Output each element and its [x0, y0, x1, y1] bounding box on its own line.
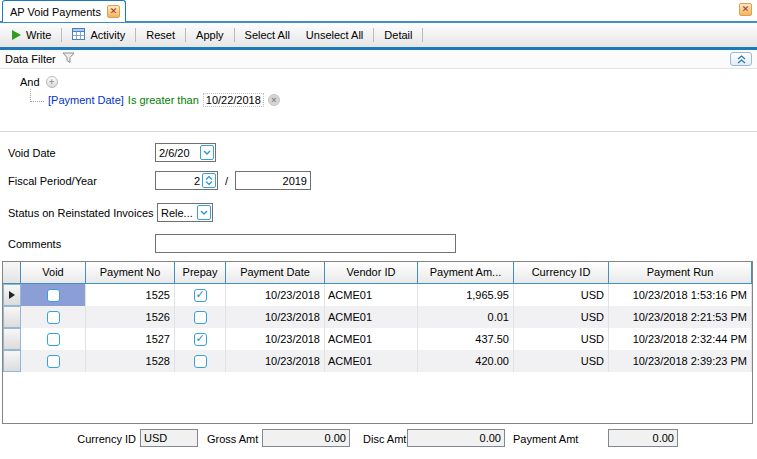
data-filter-body: And [Payment Date] Is greater than 10/22…	[0, 69, 757, 132]
reset-label: Reset	[146, 29, 175, 41]
reset-button[interactable]: Reset	[138, 26, 183, 44]
payment-amount-cell[interactable]: 0.01	[418, 306, 514, 328]
row-selector[interactable]	[3, 350, 21, 372]
add-condition-icon[interactable]	[46, 76, 58, 88]
column-header-void[interactable]: Void	[21, 262, 86, 284]
void-checkbox[interactable]	[47, 311, 60, 324]
row-selector[interactable]	[3, 328, 21, 350]
void-checkbox[interactable]	[47, 333, 60, 346]
void-cell[interactable]	[21, 328, 86, 350]
payment-date-cell[interactable]: 10/23/2018	[226, 306, 325, 328]
filter-condition: [Payment Date] Is greater than 10/22/201…	[48, 93, 280, 108]
table-row[interactable]: 1525 10/23/2018 ACME01 1,965.95 USD 10/2…	[3, 284, 752, 306]
table-row[interactable]: 1528 10/23/2018 ACME01 420.00 USD 10/23/…	[3, 350, 752, 372]
prepay-cell[interactable]	[175, 350, 226, 372]
prepay-checkbox[interactable]	[194, 289, 207, 302]
summary-disc-amt-label: Disc Amt	[363, 433, 406, 445]
window-close-icon[interactable]	[739, 3, 752, 16]
summary-payment-amt-label: Payment Amt	[513, 433, 578, 445]
remove-condition-icon[interactable]	[268, 94, 280, 106]
void-date-combo[interactable]: 2/6/20	[155, 143, 216, 162]
payment-run-cell[interactable]: 10/23/2018 2:39:23 PM	[609, 350, 752, 372]
column-header-payment-date[interactable]: Payment Date	[226, 262, 325, 284]
void-cell[interactable]	[21, 284, 86, 306]
payment-no-cell[interactable]: 1525	[86, 284, 175, 306]
column-header-payment-no[interactable]: Payment No	[86, 262, 175, 284]
payment-no-cell[interactable]: 1527	[86, 328, 175, 350]
table-row[interactable]: 1526 10/23/2018 ACME01 0.01 USD 10/23/20…	[3, 306, 752, 328]
column-header-prepay[interactable]: Prepay	[175, 262, 226, 284]
prepay-cell[interactable]	[175, 328, 226, 350]
row-selector[interactable]	[3, 306, 21, 328]
toolbar: Write Activity Reset Apply Select All Un…	[0, 23, 757, 50]
tab-ap-void-payments[interactable]: AP Void Payments	[2, 0, 126, 22]
detail-button[interactable]: Detail	[376, 26, 420, 44]
void-date-dropdown-icon[interactable]	[200, 145, 214, 160]
column-header-vendor-id[interactable]: Vendor ID	[325, 262, 418, 284]
vendor-id-cell[interactable]: ACME01	[325, 328, 418, 350]
currency-id-cell[interactable]: USD	[514, 328, 609, 350]
payment-amount-cell[interactable]: 1,965.95	[418, 284, 514, 306]
summary-gross-amt-label: Gross Amt	[207, 433, 258, 445]
column-header-payment-amount[interactable]: Payment Am...	[418, 262, 514, 284]
prepay-checkbox[interactable]	[194, 355, 207, 368]
condition-operator[interactable]: Is greater than	[128, 94, 199, 106]
void-date-value: 2/6/20	[156, 147, 200, 159]
void-cell[interactable]	[21, 306, 86, 328]
prepay-cell[interactable]	[175, 306, 226, 328]
select-all-button[interactable]: Select All	[237, 26, 298, 44]
payment-date-cell[interactable]: 10/23/2018	[226, 284, 325, 306]
payment-run-cell[interactable]: 10/23/2018 2:32:44 PM	[609, 328, 752, 350]
void-cell[interactable]	[21, 350, 86, 372]
vendor-id-cell[interactable]: ACME01	[325, 284, 418, 306]
payment-amount-cell[interactable]: 420.00	[418, 350, 514, 372]
payment-no-cell[interactable]: 1526	[86, 306, 175, 328]
apply-label: Apply	[196, 29, 224, 41]
vendor-id-cell[interactable]: ACME01	[325, 306, 418, 328]
column-header-payment-run[interactable]: Payment Run	[609, 262, 752, 284]
payment-date-cell[interactable]: 10/23/2018	[226, 350, 325, 372]
vendor-id-cell[interactable]: ACME01	[325, 350, 418, 372]
filter-group-operator[interactable]: And	[20, 76, 40, 88]
summary-currency-id-label: Currency ID	[60, 433, 136, 445]
void-checkbox[interactable]	[47, 355, 60, 368]
table-row[interactable]: 1527 10/23/2018 ACME01 437.50 USD 10/23/…	[3, 328, 752, 350]
filter-condition-row: [Payment Date] Is greater than 10/22/201…	[30, 89, 280, 108]
status-dropdown-icon[interactable]	[197, 205, 211, 220]
prepay-checkbox[interactable]	[194, 333, 207, 346]
data-filter-title: Data Filter	[5, 53, 56, 65]
status-reinstated-combo[interactable]: Rele...	[157, 203, 213, 222]
prepay-cell[interactable]	[175, 284, 226, 306]
fiscal-period-stepper[interactable]: 2	[155, 171, 218, 190]
payment-date-cell[interactable]: 10/23/2018	[226, 328, 325, 350]
payment-no-cell[interactable]: 1528	[86, 350, 175, 372]
void-checkbox[interactable]	[47, 289, 60, 302]
column-header-currency-id[interactable]: Currency ID	[514, 262, 609, 284]
condition-field[interactable]: [Payment Date]	[48, 94, 124, 106]
grid-corner-cell[interactable]	[3, 262, 21, 284]
row-selector[interactable]	[3, 284, 21, 306]
row-selector-arrow-icon	[9, 291, 15, 299]
filter-collapse-button[interactable]	[730, 52, 752, 66]
activity-button[interactable]: Activity	[64, 25, 133, 45]
tab-close-icon[interactable]	[107, 5, 120, 18]
payment-amount-cell[interactable]: 437.50	[418, 328, 514, 350]
write-button[interactable]: Write	[4, 26, 59, 44]
detail-label: Detail	[384, 29, 412, 41]
currency-id-cell[interactable]: USD	[514, 284, 609, 306]
tab-bar: AP Void Payments	[0, 0, 757, 23]
comments-field[interactable]	[155, 234, 456, 253]
unselect-all-button[interactable]: Unselect All	[298, 26, 371, 44]
currency-id-cell[interactable]: USD	[514, 306, 609, 328]
fiscal-year-field[interactable]	[235, 171, 311, 190]
activity-label: Activity	[90, 29, 125, 41]
fiscal-period-year-label: Fiscal Period/Year	[8, 175, 97, 187]
apply-button[interactable]: Apply	[188, 26, 232, 44]
prepay-checkbox[interactable]	[194, 311, 207, 324]
summary-payment-amt-field: 0.00	[608, 429, 678, 447]
fiscal-period-spinner-icon[interactable]	[202, 173, 216, 188]
payment-run-cell[interactable]: 10/23/2018 2:21:53 PM	[609, 306, 752, 328]
currency-id-cell[interactable]: USD	[514, 350, 609, 372]
payment-run-cell[interactable]: 10/23/2018 1:53:16 PM	[609, 284, 752, 306]
condition-value[interactable]: 10/22/2018	[203, 93, 264, 107]
